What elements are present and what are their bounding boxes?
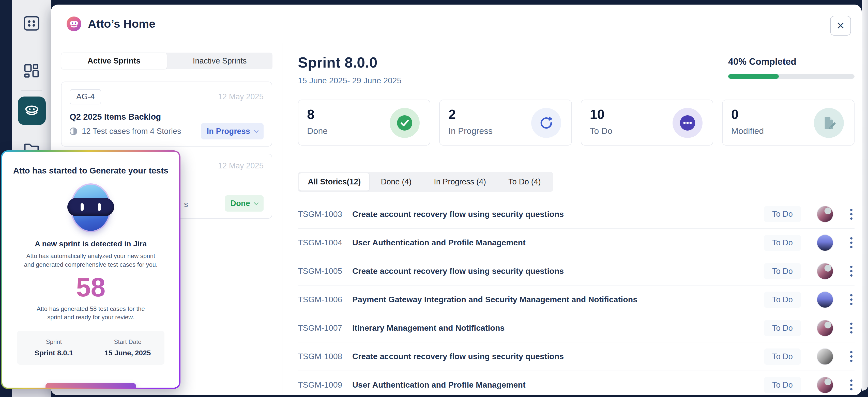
story-tabs: All Stories(12) Done (4) In Progress (4)…: [298, 172, 553, 192]
sprint-key-badge: AG-4: [70, 89, 101, 104]
toast-body-text: Atto has automatically analyzed your new…: [22, 252, 159, 269]
assignee-avatar[interactable]: [817, 377, 833, 393]
story-row[interactable]: TSGM-1007 Itinerary Management and Notif…: [298, 314, 855, 342]
tab-inactive-sprints[interactable]: Inactive Sprints: [167, 53, 273, 69]
check-circle-icon: [390, 108, 420, 138]
story-row[interactable]: TSGM-1009 User Authentication and Profil…: [298, 371, 855, 397]
kebab-menu-icon[interactable]: [848, 291, 855, 308]
story-id: TSGM-1007: [298, 323, 351, 333]
kebab-menu-icon[interactable]: [848, 376, 855, 393]
tab-all-stories[interactable]: All Stories(12): [299, 173, 370, 191]
story-title: Payment Gateway Integration and Security…: [351, 295, 764, 304]
tab-active-sprints[interactable]: Active Sprints: [61, 53, 167, 69]
sprint-card-title: Q2 2025 Items Backlog: [70, 112, 264, 122]
story-status-badge[interactable]: To Do: [764, 349, 801, 365]
story-id: TSGM-1009: [298, 380, 351, 390]
tab-in-progress[interactable]: In Progress (4): [423, 173, 497, 191]
story-status-badge[interactable]: To Do: [764, 377, 801, 393]
story-row[interactable]: TSGM-1008 Create account recovery flow u…: [298, 342, 855, 371]
sprint-value: Sprint 8.0.1: [17, 349, 91, 357]
kebab-menu-icon[interactable]: [848, 348, 855, 365]
assignee-avatar[interactable]: [817, 234, 833, 251]
toast-subtitle: A new sprint is detected in Jira: [2, 239, 179, 248]
story-id: TSGM-1003: [298, 209, 351, 219]
story-id: TSGM-1005: [298, 266, 351, 276]
stat-card-to-do: 10 To Do: [581, 100, 713, 145]
sprint-tabs: Active Sprints Inactive Sprints: [61, 53, 273, 69]
assignee-avatar[interactable]: [817, 348, 833, 365]
stat-card-modified: 0 Modified: [722, 100, 855, 145]
sprint-meta-partial: s: [184, 200, 188, 209]
story-title: Itinerary Management and Notifications: [351, 323, 764, 333]
count-caption: Atto has generated 58 test cases for the…: [30, 304, 152, 322]
tab-to-do[interactable]: To Do (4): [497, 173, 552, 191]
refresh-arrows-icon: [531, 108, 561, 138]
story-row[interactable]: TSGM-1003 Create account recovery flow u…: [298, 200, 855, 228]
progress-bar: [728, 74, 855, 79]
sprint-info-box: Sprint Sprint 8.0.1 Start Date 15 June, …: [17, 331, 164, 365]
chevron-down-icon: [254, 128, 258, 133]
assignee-avatar[interactable]: [817, 291, 833, 308]
close-button[interactable]: ✕: [830, 16, 851, 36]
story-row[interactable]: TSGM-1006 Payment Gateway Integration an…: [298, 285, 855, 314]
view-test-cases-button[interactable]: View Test Cases: [45, 383, 136, 388]
assignee-avatar[interactable]: [817, 320, 833, 336]
sidebar-item-dashboard[interactable]: [12, 64, 51, 79]
toast-title: Atto has started to Generate your tests: [2, 166, 179, 175]
ellipsis-circle-icon: [673, 108, 703, 138]
assignee-avatar[interactable]: [817, 206, 833, 223]
kebab-menu-icon[interactable]: [848, 320, 855, 336]
sidebar-item-atto-active[interactable]: [18, 97, 46, 125]
tab-done[interactable]: Done (4): [370, 173, 423, 191]
story-status-badge[interactable]: To Do: [764, 263, 801, 279]
test-case-count: 58: [2, 273, 179, 302]
stats-row: 8 Done 2 In Progress: [298, 100, 855, 145]
story-status-badge[interactable]: To Do: [764, 320, 801, 336]
sprint-status-dropdown[interactable]: In Progress: [201, 123, 264, 139]
atto-toast: Atto has started to Generate your tests …: [1, 151, 181, 389]
story-id: TSGM-1004: [298, 238, 351, 247]
story-title: Create account recovery flow using secur…: [351, 352, 764, 361]
story-row[interactable]: TSGM-1004 User Authentication and Profil…: [298, 228, 855, 257]
story-id: TSGM-1006: [298, 295, 351, 304]
atto-robot-icon: [23, 103, 40, 119]
sprint-card[interactable]: AG-4 12 May 2025 Q2 2025 Items Backlog 1…: [61, 81, 272, 146]
story-title: User Authentication and Profile Manageme…: [351, 380, 764, 390]
story-row[interactable]: TSGM-1005 Create account recovery flow u…: [298, 257, 855, 285]
sprint-date-range: 15 June 2025- 29 June 2025: [298, 76, 401, 85]
dashboard-icon: [24, 64, 39, 79]
sprint-meta: 12 Test cases from 4 Stories: [82, 127, 181, 136]
start-date-value: 15 June, 2025: [91, 349, 165, 357]
story-status-badge[interactable]: To Do: [764, 206, 801, 222]
chevron-down-icon: [254, 200, 258, 205]
assignee-avatar[interactable]: [817, 263, 833, 280]
kebab-menu-icon[interactable]: [848, 234, 855, 251]
story-list: TSGM-1003 Create account recovery flow u…: [298, 200, 855, 397]
sprint-label: Sprint: [17, 338, 91, 345]
progress-label: 40% Completed: [728, 56, 855, 67]
story-status-badge[interactable]: To Do: [764, 292, 801, 308]
story-title: Create account recovery flow using secur…: [351, 266, 764, 276]
apps-grid-icon: [23, 16, 40, 31]
sprint-date: 12 May 2025: [218, 161, 264, 170]
sprint-date: 12 May 2025: [218, 92, 264, 101]
document-edit-icon: [814, 108, 844, 138]
progress-bar-fill: [728, 74, 779, 79]
sprint-detail-panel: Sprint 8.0.0 15 June 2025- 29 June 2025 …: [282, 43, 862, 395]
pie-chart-icon: [70, 128, 77, 135]
kebab-menu-icon[interactable]: [848, 206, 855, 223]
scrollbar-track[interactable]: [862, 0, 868, 391]
close-icon: ✕: [836, 20, 845, 32]
atto-logo: [67, 16, 81, 31]
atto-robot-illustration: [72, 185, 110, 231]
story-status-badge[interactable]: To Do: [764, 235, 801, 251]
stat-card-in-progress: 2 In Progress: [439, 100, 571, 145]
story-id: TSGM-1008: [298, 352, 351, 361]
modal-header: Atto’s Home ✕: [51, 5, 862, 43]
story-title: Create account recovery flow using secur…: [351, 209, 764, 219]
sprint-progress: 40% Completed: [728, 56, 855, 79]
kebab-menu-icon[interactable]: [848, 263, 855, 280]
sidebar-item-apps[interactable]: [12, 16, 51, 31]
start-date-label: Start Date: [91, 338, 165, 345]
sprint-status-dropdown[interactable]: Done: [225, 195, 264, 211]
